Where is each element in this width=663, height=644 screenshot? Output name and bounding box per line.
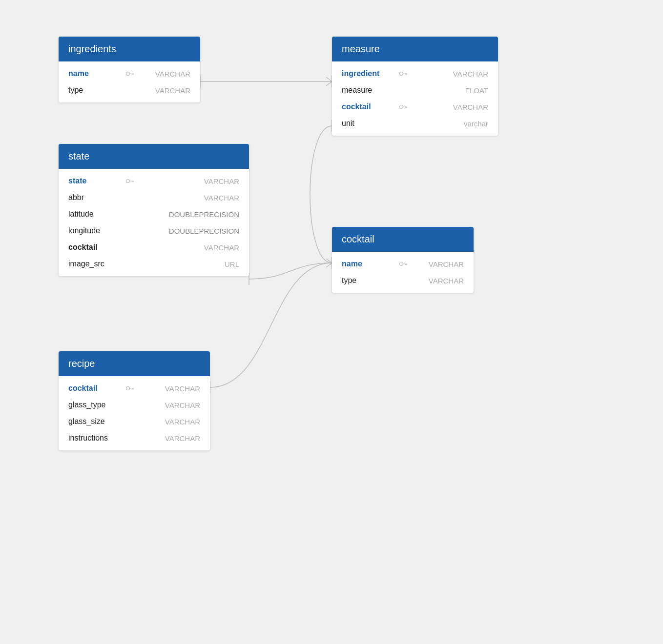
col-name: name	[68, 69, 122, 78]
col-name: type	[342, 276, 395, 285]
svg-line-3	[326, 77, 332, 81]
table-row: abbr VARCHAR	[59, 189, 249, 206]
col-type: DOUBLEPRECISION	[169, 210, 239, 219]
svg-point-32	[400, 262, 403, 266]
table-state: state state VARCHAR abbr VARCHAR latitud…	[59, 144, 249, 276]
table-cocktail: cocktail name VARCHAR type VARCHAR	[332, 227, 474, 293]
svg-line-12	[326, 259, 332, 263]
table-cocktail-body: name VARCHAR type VARCHAR	[332, 252, 474, 293]
col-type: VARCHAR	[429, 277, 464, 285]
table-row: state VARCHAR	[59, 173, 249, 189]
col-type: varchar	[464, 120, 488, 128]
key-icon	[126, 71, 134, 77]
svg-point-24	[400, 105, 403, 109]
svg-point-36	[126, 387, 130, 390]
col-name: type	[68, 86, 122, 95]
col-type: VARCHAR	[204, 177, 239, 185]
table-cocktail-title: cocktail	[342, 234, 374, 244]
col-type: VARCHAR	[165, 434, 200, 443]
table-row: image_src URL	[59, 256, 249, 272]
table-row: name VARCHAR	[59, 65, 200, 82]
col-type: VARCHAR	[165, 401, 200, 409]
table-row: ingredient VARCHAR	[332, 65, 498, 82]
col-name: glass_size	[68, 417, 122, 426]
diagram-canvas: ingredients name VARCHAR type VARCHAR me…	[0, 0, 663, 644]
table-row: longitude DOUBLEPRECISION	[59, 222, 249, 239]
col-name: unit	[342, 119, 395, 128]
col-name: name	[342, 260, 395, 268]
col-name: instructions	[68, 434, 122, 443]
key-icon	[399, 104, 407, 110]
table-recipe-title: recipe	[68, 358, 95, 369]
col-type: VARCHAR	[165, 384, 200, 393]
key-icon	[126, 385, 134, 391]
svg-line-4	[326, 81, 332, 86]
col-type: VARCHAR	[155, 86, 190, 95]
table-measure: measure ingredient VARCHAR measure FLOAT…	[332, 37, 498, 136]
table-state-body: state VARCHAR abbr VARCHAR latitude DOUB…	[59, 169, 249, 276]
col-name: longitude	[68, 226, 122, 235]
col-type: VARCHAR	[155, 70, 190, 78]
col-name: cocktail	[68, 384, 122, 393]
svg-point-20	[400, 72, 403, 76]
table-row: type VARCHAR	[332, 272, 474, 289]
table-state-header: state	[59, 144, 249, 169]
col-type: VARCHAR	[429, 260, 464, 268]
col-type: URL	[225, 260, 239, 268]
table-measure-header: measure	[332, 37, 498, 61]
table-ingredients-header: ingredients	[59, 37, 200, 61]
col-name: latitude	[68, 210, 122, 219]
col-name: cocktail	[342, 102, 395, 111]
table-row: cocktail VARCHAR	[332, 99, 498, 115]
table-row: unit varchar	[332, 115, 498, 132]
col-name: cocktail	[68, 243, 122, 252]
table-ingredients: ingredients name VARCHAR type VARCHAR	[59, 37, 200, 102]
table-row: glass_size VARCHAR	[59, 413, 210, 430]
table-state-title: state	[68, 151, 89, 161]
col-name: state	[68, 177, 122, 185]
table-row: instructions VARCHAR	[59, 430, 210, 446]
svg-point-16	[126, 72, 130, 76]
col-type: VARCHAR	[165, 418, 200, 426]
table-recipe: recipe cocktail VARCHAR glass_type VARCH…	[59, 351, 210, 450]
col-name: abbr	[68, 193, 122, 202]
table-row: cocktail VARCHAR	[59, 380, 210, 397]
col-type: VARCHAR	[453, 103, 488, 111]
col-type: VARCHAR	[204, 243, 239, 252]
table-row: type VARCHAR	[59, 82, 200, 99]
col-name: glass_type	[68, 401, 122, 409]
col-name: measure	[342, 86, 395, 95]
table-cocktail-header: cocktail	[332, 227, 474, 252]
table-recipe-body: cocktail VARCHAR glass_type VARCHAR glas…	[59, 376, 210, 450]
col-name: ingredient	[342, 69, 395, 78]
col-type: DOUBLEPRECISION	[169, 227, 239, 235]
table-row: latitude DOUBLEPRECISION	[59, 206, 249, 222]
col-name: image_src	[68, 260, 122, 268]
table-row: name VARCHAR	[332, 256, 474, 272]
table-measure-body: ingredient VARCHAR measure FLOAT cocktai…	[332, 61, 498, 136]
table-recipe-header: recipe	[59, 351, 210, 376]
table-row: measure FLOAT	[332, 82, 498, 99]
table-ingredients-title: ingredients	[68, 43, 116, 54]
table-measure-title: measure	[342, 43, 380, 54]
svg-line-13	[326, 263, 332, 267]
svg-point-28	[126, 180, 130, 183]
table-row: cocktail VARCHAR	[59, 239, 249, 256]
table-ingredients-body: name VARCHAR type VARCHAR	[59, 61, 200, 102]
col-type: VARCHAR	[204, 194, 239, 202]
col-type: FLOAT	[465, 86, 488, 95]
col-type: VARCHAR	[453, 70, 488, 78]
table-row: glass_type VARCHAR	[59, 397, 210, 413]
key-icon	[399, 261, 407, 267]
key-icon	[126, 178, 134, 184]
key-icon	[399, 71, 407, 77]
